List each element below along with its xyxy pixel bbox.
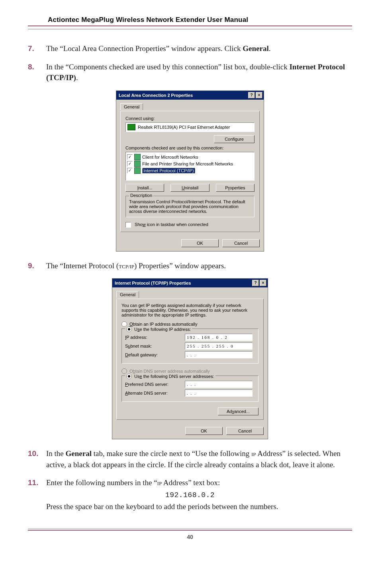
uninstall-button[interactable]: Uninstall (170, 184, 209, 192)
subnet-mask-label: Subnet mask: (125, 344, 185, 348)
bold-term: General (243, 44, 268, 53)
configure-button[interactable]: Configure (214, 135, 255, 143)
text: In the “Components checked are used by t… (46, 63, 289, 71)
tab-general[interactable]: General (116, 291, 139, 298)
alternate-dns-label: Alternate DNS server: (125, 391, 185, 395)
text: tab, make sure the circle next to “Use t… (92, 449, 251, 458)
text: Press the space bar on the keyboard to a… (46, 502, 278, 511)
radio-label: Obtain DNS server address automatically (129, 369, 210, 374)
checkbox-icon[interactable]: ✓ (127, 168, 133, 173)
tab-general[interactable]: General (120, 103, 143, 110)
components-listbox[interactable]: ✓ Client for Microsoft Networks ✓ File a… (125, 152, 255, 181)
ip-address-label: IP address: (125, 335, 185, 340)
close-icon[interactable]: × (256, 92, 262, 98)
tcpip-properties-dialog: Internet Protocol (TCP/IP) Properties ? … (112, 278, 268, 439)
adapter-field: Realtek RTL8139(A) PCI Fast Ethernet Ada… (125, 122, 255, 132)
checkbox-icon[interactable]: ✓ (127, 161, 133, 167)
step-body: In the “Components checked are used by t… (46, 61, 352, 83)
radio-icon (121, 321, 127, 327)
local-area-connection-properties-dialog: Local Area Connection 2 Properties ? × G… (116, 90, 264, 252)
code-value: 192.168.0.2 (165, 491, 215, 499)
step-10: 10. In the General tab, make sure the ci… (28, 448, 352, 470)
radio-use-following-dns[interactable]: Use the following DNS server addresses: (125, 374, 215, 379)
properties-button[interactable]: Properties (216, 184, 255, 192)
preferred-dns-label: Preferred DNS server: (125, 382, 185, 387)
smallcaps: IP (157, 478, 162, 487)
default-gateway-input[interactable]: . . . (185, 351, 253, 358)
show-icon-label: Show icon in taskbar when connected (135, 222, 208, 227)
subnet-mask-input[interactable]: 255 . 255 . 255 . 0 (185, 342, 253, 350)
dialog-title: Internet Protocol (TCP/IP) Properties (115, 281, 191, 285)
text: . (269, 44, 271, 53)
text: Enter the following numbers in the “ (46, 478, 157, 487)
help-icon[interactable]: ? (252, 280, 259, 286)
step-8: 8. In the “Components checked are used b… (28, 61, 352, 83)
alternate-dns-input[interactable]: . . . (185, 389, 253, 397)
dialog-title: Local Area Connection 2 Properties (119, 93, 193, 98)
radio-label: Obtain an IP address automatically (129, 322, 197, 326)
components-label: Components checked are used by this conn… (125, 146, 255, 150)
step-7: 7. The “Local Area Connection Properties… (28, 43, 352, 54)
close-icon[interactable]: × (260, 280, 266, 286)
smallcaps: TCP/IP (119, 262, 134, 270)
titlebar: Local Area Connection 2 Properties ? × (116, 91, 264, 100)
text: . (76, 73, 78, 82)
radio-obtain-ip-auto[interactable]: Obtain an IP address automatically (121, 321, 259, 327)
static-dns-group: Use the following DNS server addresses: … (121, 376, 259, 402)
text: The “Local Area Connection Properties” w… (46, 44, 243, 53)
radio-icon (126, 374, 132, 379)
radio-obtain-dns-auto: Obtain DNS server address automatically (121, 368, 259, 374)
description-legend: Description (129, 193, 153, 198)
page-number: 40 (28, 534, 352, 540)
step-number: 9. (28, 260, 46, 271)
default-gateway-label: Default gateway: (125, 352, 185, 357)
radio-label: Use the following IP address: (134, 327, 191, 332)
item-label: Client for Microsoft Networks (142, 155, 198, 159)
step-number: 7. (28, 43, 46, 54)
client-icon (134, 154, 141, 160)
show-icon-checkbox[interactable] (125, 222, 131, 228)
manual-title: Actiontec MegaPlug Wireless Network Exte… (48, 16, 248, 24)
step-body: The “Local Area Connection Properties” w… (46, 43, 352, 54)
step-9: 9. The “Internet Protocol (TCP/IP) Prope… (28, 260, 352, 271)
text: In the (46, 449, 66, 458)
help-icon[interactable]: ? (248, 92, 255, 98)
page-footer: 40 (28, 528, 352, 540)
radio-use-following-ip[interactable]: Use the following IP address: (125, 326, 192, 332)
preferred-dns-input[interactable]: . . . (185, 381, 253, 388)
cancel-button[interactable]: Cancel (222, 239, 260, 247)
cancel-button[interactable]: Cancel (226, 427, 264, 435)
radio-label: Use the following DNS server addresses: (134, 374, 214, 379)
list-item[interactable]: ✓ File and Printer Sharing for Microsoft… (127, 161, 253, 167)
text: The “Internet Protocol ( (46, 262, 119, 270)
list-item[interactable]: ✓ Client for Microsoft Networks (127, 154, 253, 160)
static-ip-group: Use the following IP address: IP address… (121, 328, 259, 364)
protocol-icon (134, 167, 141, 174)
step-body: In the General tab, make sure the circle… (46, 448, 352, 470)
item-label: File and Printer Sharing for Microsoft N… (142, 161, 233, 166)
page-header: Actiontec MegaPlug Wireless Network Exte… (28, 16, 352, 29)
text: ) Properties” window appears. (134, 262, 226, 270)
item-label-selected: Internet Protocol (TCP/IP) (142, 168, 195, 173)
instruction-list: 7. The “Local Area Connection Properties… (28, 43, 352, 83)
titlebar: Internet Protocol (TCP/IP) Properties ? … (112, 279, 268, 287)
info-blurb: You can get IP settings assigned automat… (121, 303, 259, 317)
nic-icon (127, 124, 135, 130)
checkbox-icon[interactable]: ✓ (127, 154, 133, 160)
install-button[interactable]: Install... (125, 184, 164, 192)
list-item[interactable]: ✓ Internet Protocol (TCP/IP) (127, 167, 253, 174)
step-11: 11. Enter the following numbers in the “… (28, 477, 352, 512)
bold-term: General (66, 449, 92, 458)
ip-address-input[interactable]: 192 . 168 . 0 . 2 (185, 334, 253, 341)
smallcaps: IP (251, 449, 256, 458)
advanced-button[interactable]: Advanced... (218, 407, 259, 415)
step-body: The “Internet Protocol (TCP/IP) Properti… (46, 260, 352, 271)
step-number: 8. (28, 61, 46, 83)
ok-button[interactable]: OK (185, 427, 223, 435)
text: Address” text box: (162, 478, 220, 487)
step-number: 10. (28, 448, 46, 470)
adapter-name: Realtek RTL8139(A) PCI Fast Ethernet Ada… (138, 125, 230, 130)
ok-button[interactable]: OK (181, 239, 219, 247)
connect-using-label: Connect using: (125, 116, 255, 121)
printer-share-icon (134, 161, 141, 167)
